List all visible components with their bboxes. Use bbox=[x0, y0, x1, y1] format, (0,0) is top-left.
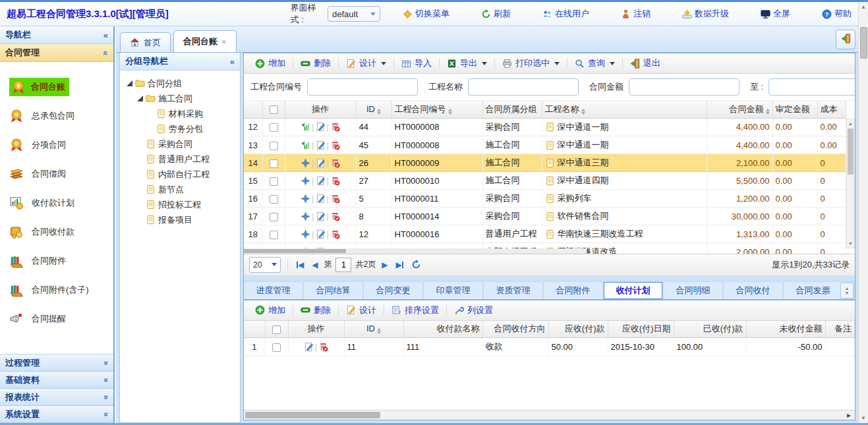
exit-button[interactable]: 退出 bbox=[624, 55, 666, 71]
detail-tab[interactable]: 合同收付 bbox=[724, 282, 782, 299]
sidebar-item-contract-attachments[interactable]: 合同附件 bbox=[9, 246, 113, 275]
column-header[interactable]: 成本 bbox=[817, 101, 846, 118]
collapse-left-icon[interactable]: « bbox=[230, 57, 235, 67]
column-header[interactable]: 收付款名称 bbox=[403, 321, 482, 338]
contract-code-input[interactable] bbox=[307, 78, 418, 96]
help-button[interactable]: ?帮助 bbox=[822, 8, 852, 20]
sort-arrows-icon[interactable] bbox=[448, 109, 452, 115]
tree-node[interactable]: 合同分组 bbox=[123, 76, 237, 91]
tree-expand-icon[interactable] bbox=[137, 96, 143, 101]
detail-tab[interactable]: 印章管理 bbox=[424, 282, 482, 299]
scroll-up-arrow-icon[interactable]: ▲ bbox=[847, 119, 854, 128]
sidebar-item-contract-borrow[interactable]: 合同借阅 bbox=[9, 159, 113, 188]
sidebar-item-sub-contract[interactable]: 分项合同 bbox=[9, 130, 113, 159]
export-button[interactable]: 导出 bbox=[441, 55, 493, 71]
column-header[interactable]: 已收(付)款 bbox=[674, 321, 746, 338]
query-button[interactable]: 查询 bbox=[569, 55, 621, 71]
data-upgrade-button[interactable]: 数据升级 bbox=[682, 8, 729, 20]
scrollbar-thumb[interactable] bbox=[860, 27, 867, 59]
table-row[interactable]: 1 | 11 111 收款 50.00 2015-10-30 100.00 -5… bbox=[244, 338, 855, 356]
detail-tab[interactable]: 收付计划 bbox=[604, 282, 662, 299]
column-header[interactable]: 工程名称 bbox=[542, 101, 707, 118]
tree-expand-icon[interactable] bbox=[127, 80, 132, 86]
collapse-left-icon[interactable]: « bbox=[103, 30, 108, 40]
tree-node[interactable]: 材料采购 bbox=[123, 106, 237, 121]
column-header[interactable]: 应收(付)日期 bbox=[608, 321, 674, 338]
table-row[interactable]: 18 || 12 HT0000016 普通用户工程 华南快速三期改造工程 1,3… bbox=[244, 225, 846, 243]
sidebar-item-contract-reminder[interactable]: 合同提醒 bbox=[9, 304, 113, 333]
style-select[interactable]: default bbox=[328, 6, 380, 22]
panel-exit-button[interactable] bbox=[836, 30, 855, 49]
switch-menu-button[interactable]: 切换菜单 bbox=[403, 8, 449, 20]
tree-node[interactable]: 施工合同 bbox=[123, 91, 237, 106]
column-header[interactable]: 合同金额 bbox=[707, 101, 772, 118]
import-button[interactable]: 导入 bbox=[395, 55, 438, 71]
column-header[interactable]: ID bbox=[356, 101, 391, 118]
row-checkbox[interactable] bbox=[270, 213, 278, 221]
tree-node[interactable]: 报备项目 bbox=[123, 212, 237, 227]
add-button[interactable]: 增加 bbox=[249, 302, 291, 318]
project-name-input[interactable] bbox=[468, 78, 579, 96]
fullscreen-button[interactable]: 全屏 bbox=[761, 8, 790, 20]
column-header[interactable]: ID bbox=[344, 321, 403, 338]
print-selected-button[interactable]: 打印选中 bbox=[496, 55, 565, 71]
sidebar-section-basic-data[interactable]: 基础资料 « bbox=[0, 372, 113, 389]
refresh-button[interactable]: 刷新 bbox=[481, 8, 511, 20]
detail-tab[interactable]: 合同变更 bbox=[364, 282, 422, 299]
close-icon[interactable]: × bbox=[221, 37, 227, 47]
row-checkbox[interactable] bbox=[272, 326, 281, 334]
sidebar-section-report-statistics[interactable]: 报表统计 « bbox=[0, 389, 113, 406]
sidebar-item-payment-plan[interactable]: 收付款计划 bbox=[9, 188, 113, 217]
page-size-select[interactable]: 20 bbox=[249, 257, 281, 273]
delete-button[interactable]: 删除 bbox=[295, 55, 337, 71]
row-checkbox[interactable] bbox=[270, 105, 278, 114]
last-page-button[interactable]: ▶ bbox=[393, 260, 405, 269]
tree-node[interactable]: 新节点 bbox=[123, 182, 237, 197]
detail-tabs-scroller[interactable]: ▲▼ bbox=[840, 283, 854, 298]
tree-node[interactable]: 劳务分包 bbox=[123, 121, 237, 136]
sidebar-item-contract-ledger[interactable]: 合同台账 bbox=[9, 72, 113, 101]
bottom-horizontal-scrollbar[interactable]: ▶ bbox=[244, 410, 855, 420]
table-horizontal-scrollbar[interactable] bbox=[244, 248, 587, 254]
detail-tab[interactable]: 合同发票 bbox=[784, 282, 842, 299]
column-header[interactable]: 未收付金额 bbox=[746, 321, 825, 338]
column-header[interactable]: 操作 bbox=[285, 101, 356, 118]
scrollbar-thumb[interactable] bbox=[245, 412, 380, 418]
sort-arrows-icon[interactable] bbox=[766, 109, 770, 115]
sort-settings-button[interactable]: 排序设置 bbox=[386, 302, 445, 318]
sidebar-section-contract-management[interactable]: 合同管理 « bbox=[0, 44, 113, 62]
row-checkbox[interactable] bbox=[270, 142, 278, 150]
detail-tab[interactable]: 合同明细 bbox=[664, 282, 722, 299]
scrollbar-thumb[interactable] bbox=[244, 249, 346, 253]
detail-tab[interactable]: 进度管理 bbox=[244, 282, 303, 299]
detail-tab[interactable]: 资质管理 bbox=[484, 282, 542, 299]
table-row[interactable]: 17 || 8 HT0000014 采购合同 软件销售合同 30,000.00 … bbox=[244, 208, 846, 225]
sidebar-section-system-settings[interactable]: 系统设置 « bbox=[0, 406, 113, 423]
row-checkbox[interactable] bbox=[270, 123, 278, 132]
online-users-button[interactable]: 在线用户 bbox=[542, 8, 589, 20]
sort-arrows-icon[interactable] bbox=[581, 109, 585, 115]
sidebar-item-general-contract[interactable]: 总承包合同 bbox=[9, 101, 113, 130]
column-settings-button[interactable]: 列设置 bbox=[448, 302, 499, 318]
first-page-button[interactable]: ◀ bbox=[295, 260, 306, 269]
detail-tab[interactable]: 合同结算 bbox=[304, 282, 362, 299]
page-vertical-scrollbar[interactable]: ▲ ▼ bbox=[858, 2, 868, 423]
sort-arrows-icon[interactable] bbox=[377, 328, 381, 334]
tab-home[interactable]: 首页 bbox=[120, 32, 171, 52]
next-page-button[interactable]: ▶ bbox=[380, 260, 390, 269]
prev-page-button[interactable]: ◀ bbox=[310, 260, 320, 269]
table-row[interactable]: 14 || 26 HT0000009 施工合同 深中通道三期 2,100.00 … bbox=[244, 154, 846, 172]
delete-button[interactable]: 删除 bbox=[295, 302, 337, 318]
column-header[interactable]: 审定金额 bbox=[772, 101, 817, 118]
column-header[interactable]: 操作 bbox=[288, 321, 344, 338]
design-button[interactable]: 设计 bbox=[340, 302, 382, 318]
column-header[interactable]: 合同所属分组 bbox=[482, 101, 542, 118]
sidebar-section-process-management[interactable]: 过程管理 « bbox=[0, 354, 113, 372]
column-header[interactable]: 合同收付方向 bbox=[482, 321, 548, 338]
reload-button[interactable] bbox=[409, 260, 423, 269]
tree-node[interactable]: 招投标工程 bbox=[123, 197, 237, 212]
tree-node[interactable]: 内部自行工程 bbox=[123, 167, 237, 182]
sidebar-item-contract-attachments-sub[interactable]: 合同附件(含子) bbox=[9, 275, 113, 304]
sidebar-item-contract-payments[interactable]: 合同收付款 bbox=[9, 217, 113, 246]
tree-node[interactable]: 采购合同 bbox=[123, 136, 237, 152]
